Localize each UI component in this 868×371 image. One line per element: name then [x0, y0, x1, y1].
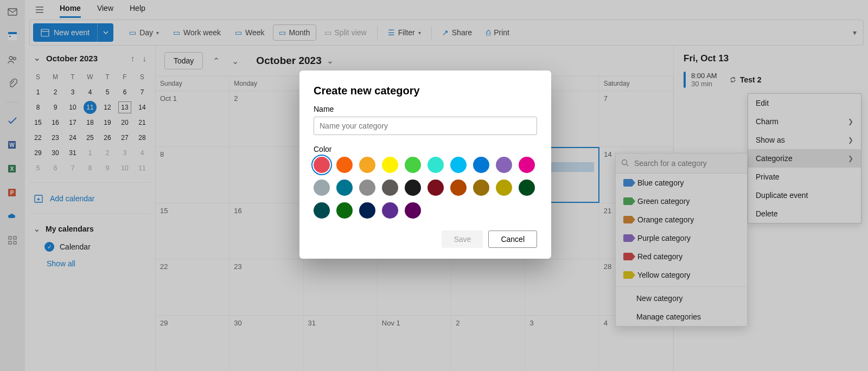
color-swatch[interactable] [314, 180, 330, 196]
color-swatch[interactable] [336, 157, 353, 173]
color-swatch[interactable] [359, 202, 375, 219]
color-swatch[interactable] [314, 157, 330, 173]
name-field-label: Name [314, 105, 537, 113]
color-swatch[interactable] [336, 202, 353, 219]
color-swatch[interactable] [427, 157, 444, 173]
color-swatch[interactable] [405, 180, 421, 196]
color-swatch[interactable] [496, 157, 512, 173]
color-swatch[interactable] [405, 202, 421, 219]
color-swatch[interactable] [427, 180, 444, 196]
color-field-label: Color [314, 145, 537, 153]
dialog-title: Create new category [314, 85, 537, 97]
color-swatch[interactable] [519, 157, 535, 173]
save-button[interactable]: Save [442, 231, 483, 248]
color-swatch[interactable] [450, 180, 467, 196]
color-swatch-grid [314, 157, 537, 219]
color-swatch[interactable] [473, 180, 489, 196]
color-swatch[interactable] [382, 157, 398, 173]
color-swatch[interactable] [382, 180, 398, 196]
create-category-dialog: Create new category Name Color Save Canc… [299, 71, 551, 259]
category-name-input[interactable] [314, 117, 537, 135]
color-swatch[interactable] [496, 180, 512, 196]
color-swatch[interactable] [405, 157, 421, 173]
color-swatch[interactable] [473, 157, 489, 173]
color-swatch[interactable] [450, 157, 467, 173]
color-swatch[interactable] [519, 180, 535, 196]
cancel-button[interactable]: Cancel [488, 231, 537, 248]
color-swatch[interactable] [359, 180, 375, 196]
color-swatch[interactable] [336, 180, 353, 196]
color-swatch[interactable] [382, 202, 398, 219]
color-swatch[interactable] [314, 202, 330, 219]
color-swatch[interactable] [359, 157, 375, 173]
